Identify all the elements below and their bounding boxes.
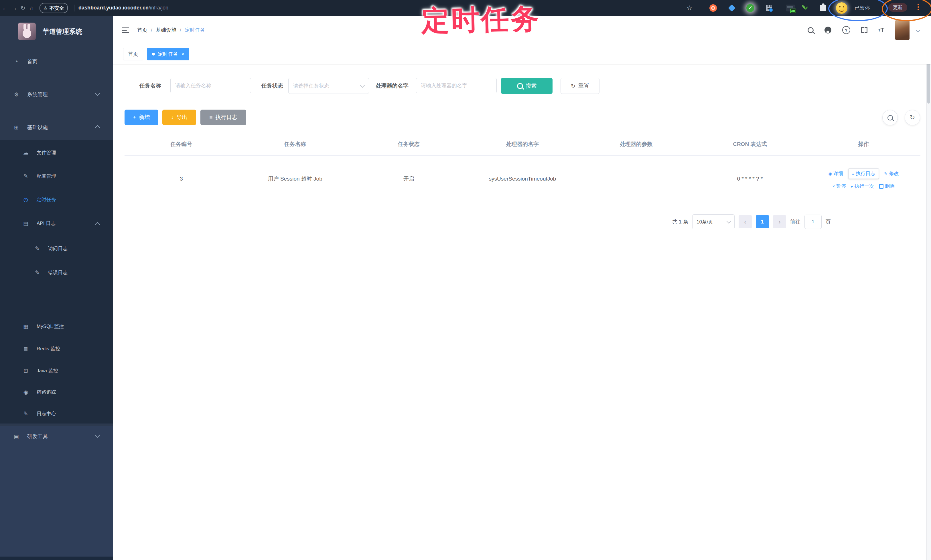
run-once-link[interactable]: ▸ 执行一次: [851, 183, 874, 189]
browser-menu-icon[interactable]: [917, 4, 919, 10]
sidebar-bottom-strip: [0, 557, 113, 560]
prev-page-button[interactable]: ‹: [738, 215, 752, 228]
cell-handler-name: sysUserSessionTimeoutJob: [466, 174, 579, 183]
user-avatar[interactable]: [895, 20, 909, 40]
refresh-icon: ↻: [571, 83, 575, 89]
database-icon: ▦: [22, 323, 29, 330]
sidebar-item-java-monitor[interactable]: ⊡ Java 监控: [0, 363, 113, 378]
profile-emoji-avatar[interactable]: [835, 0, 848, 16]
screen: ← → ↻ ⌂ ⚠ 不安全 dashboard.yudao.iocoder.cn…: [0, 0, 931, 560]
tag-home[interactable]: 首页: [123, 48, 143, 60]
sidebar-item-error-logs[interactable]: ✎ 错误日志: [0, 265, 113, 280]
row-execution-log-link[interactable]: ≡ 执行日志: [848, 168, 879, 179]
bookmark-star-icon[interactable]: ☆: [685, 0, 694, 16]
list-icon: ≡: [852, 171, 854, 176]
job-status-select[interactable]: 请选择任务状态: [288, 78, 369, 94]
address-bar[interactable]: dashboard.yudao.iocoder.cn/infra/job: [79, 0, 168, 16]
export-button[interactable]: ↓ 导出: [162, 109, 196, 125]
font-size-icon[interactable]: TT: [878, 27, 884, 33]
sidebar-item-dev-tools[interactable]: ▣ 研发工具: [0, 428, 113, 445]
app-logo[interactable]: 芋道管理系统: [0, 20, 113, 43]
extension-plant-icon[interactable]: [801, 0, 808, 16]
col-handler-param: 处理器的参数: [580, 140, 693, 148]
screen-icon: ⊡: [22, 368, 29, 374]
close-icon[interactable]: ×: [182, 52, 184, 56]
extension-orange-icon[interactable]: [709, 0, 717, 16]
breadcrumb-separator: /: [180, 27, 181, 33]
access-log-icon: ✎: [34, 245, 41, 252]
sidebar-item-mysql-monitor[interactable]: ▦ MySQL 监控: [0, 319, 113, 333]
breadcrumb-home[interactable]: 首页: [137, 27, 148, 34]
profile-paused-label: 已暂停: [855, 0, 870, 16]
delete-link[interactable]: 删除: [879, 183, 895, 189]
sidebar-item-config-management[interactable]: ✎ 配置管理: [0, 169, 113, 183]
browser-toolbar: ← → ↻ ⌂ ⚠ 不安全 dashboard.yudao.iocoder.cn…: [0, 0, 931, 16]
edit-link[interactable]: ✎ 修改: [884, 170, 899, 177]
top-navbar: 首页 / 基础设施 / 定时任务 ? TT: [113, 16, 931, 45]
detail-link[interactable]: ◉ 详细: [829, 170, 843, 177]
extension-grid-icon[interactable]: [765, 0, 773, 16]
security-chip[interactable]: ⚠ 不安全: [40, 3, 68, 13]
search-button[interactable]: 搜索: [501, 78, 553, 94]
browser-home-icon[interactable]: ⌂: [27, 0, 36, 16]
sidebar-item-system-management[interactable]: ⚙ 系统管理: [0, 86, 113, 102]
pause-link[interactable]: × 暂停: [832, 183, 846, 189]
timer-icon: ◷: [22, 196, 29, 203]
col-job-name: 任务名称: [238, 140, 352, 148]
tag-scheduled-jobs[interactable]: 定时任务 ×: [147, 48, 189, 60]
chevron-down-icon: [727, 219, 731, 224]
chevron-down-icon: [95, 432, 100, 437]
play-icon: ▸: [851, 184, 853, 189]
job-name-input[interactable]: [170, 78, 251, 93]
browser-update-button[interactable]: 更新: [888, 3, 907, 12]
browser-reload-icon[interactable]: ↻: [18, 0, 28, 16]
sidebar-item-scheduled-jobs[interactable]: ◷ 定时任务: [0, 192, 113, 206]
col-job-status: 任务状态: [352, 140, 466, 148]
hamburger-icon[interactable]: [122, 28, 129, 33]
extensions-puzzle-icon[interactable]: [819, 0, 827, 16]
extension-green-check-icon[interactable]: ✓: [746, 0, 755, 16]
sidebar-item-access-logs[interactable]: ✎ 访问日志: [0, 241, 113, 255]
caret-down-icon[interactable]: [916, 28, 920, 32]
goto-page-input[interactable]: [805, 215, 822, 229]
help-icon[interactable]: ?: [842, 26, 850, 34]
handler-name-input[interactable]: [416, 78, 497, 93]
extension-blue-icon[interactable]: [728, 0, 735, 16]
sidebar-item-api-logs[interactable]: ▤ API 日志: [0, 216, 113, 230]
toggle-search-button[interactable]: [882, 110, 898, 125]
extension-on-badge-icon[interactable]: on: [786, 0, 795, 16]
security-label: 不安全: [49, 5, 64, 11]
sidebar-item-tracing[interactable]: ◉ 链路追踪: [0, 385, 113, 399]
refresh-table-button[interactable]: ↻: [905, 110, 920, 125]
monitor-icon: ⊞: [13, 124, 20, 131]
github-icon[interactable]: [825, 27, 831, 34]
add-button[interactable]: + 新增: [125, 109, 158, 125]
next-page-button[interactable]: ›: [773, 215, 786, 228]
reset-button[interactable]: ↻ 重置: [561, 78, 600, 94]
search-icon: [517, 83, 523, 89]
download-icon: ↓: [171, 114, 174, 120]
actions-line-2: × 暂停 ▸ 执行一次 删除: [832, 183, 895, 189]
sidebar-item-file-management[interactable]: ☁ 文件管理: [0, 145, 113, 160]
cell-actions: ◉ 详细 ≡ 执行日志 ✎ 修改 × 暂停: [807, 168, 920, 189]
breadcrumb-section[interactable]: 基础设施: [156, 27, 176, 34]
log-icon: ▤: [22, 220, 29, 227]
browser-back-icon[interactable]: ←: [1, 0, 10, 16]
fullscreen-icon[interactable]: [861, 27, 868, 33]
table-header-row: 任务编号 任务名称 任务状态 处理器的名字 处理器的参数 CRON 表达式 操作: [125, 133, 920, 156]
col-cron: CRON 表达式: [693, 140, 807, 148]
plus-icon: +: [133, 114, 136, 120]
page-size-select[interactable]: 10条/页: [692, 214, 735, 229]
sidebar-item-infrastructure[interactable]: ⊞ 基础设施: [0, 119, 113, 135]
sidebar-item-redis-monitor[interactable]: ≣ Redis 监控: [0, 342, 113, 356]
sidebar-item-home[interactable]: ◔ 首页: [0, 54, 113, 69]
page-unit-label: 页: [826, 218, 831, 225]
browser-forward-icon[interactable]: →: [10, 0, 19, 16]
page-number-button[interactable]: 1: [756, 215, 769, 228]
url-host: dashboard.yudao.iocoder.cn: [79, 5, 149, 11]
search-icon[interactable]: [808, 27, 814, 33]
sidebar-item-log-center[interactable]: ✎ 日志中心: [0, 406, 113, 421]
sidebar: 芋道管理系统 ◔ 首页 ⚙ 系统管理 ⊞ 基础设施 ☁ 文件管理 ✎ 配置管理 …: [0, 16, 113, 560]
execution-log-button[interactable]: ≡ 执行日志: [200, 109, 246, 125]
col-handler-name: 处理器的名字: [466, 140, 579, 148]
